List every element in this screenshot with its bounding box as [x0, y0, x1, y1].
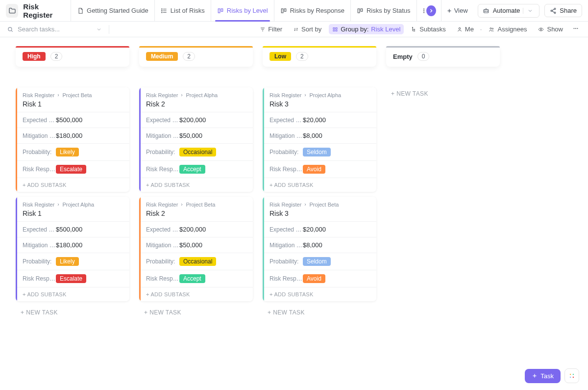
tab-risks-by-response[interactable]: Risks by Response	[274, 0, 350, 22]
group-icon	[332, 26, 338, 32]
task-card[interactable]: Risk RegisterProject AlphaRisk 1Expected…	[16, 197, 129, 301]
tab-label: Getting Started Guide	[87, 7, 148, 14]
search-icon	[7, 26, 14, 33]
new-task-button[interactable]: + NEW TASK	[386, 87, 500, 100]
response-tag: Accept	[179, 165, 205, 174]
board-icon	[280, 7, 287, 14]
add-subtask-button[interactable]: + ADD SUBTASK	[139, 178, 253, 192]
svg-rect-3	[218, 8, 220, 12]
sort-label: Sort by	[301, 26, 321, 33]
field-probability: Probability:Seldom	[263, 253, 376, 270]
task-card[interactable]: Risk RegisterProject BetaRisk 1Expected …	[16, 87, 129, 192]
breadcrumb: Risk RegisterProject Beta	[146, 202, 246, 208]
add-subtask-button[interactable]: + ADD SUBTASK	[263, 287, 376, 301]
show-button[interactable]: Show	[534, 24, 566, 34]
svg-rect-7	[358, 8, 360, 12]
card-title: Risk 3	[270, 209, 369, 217]
column-header[interactable]: Medium2	[139, 46, 253, 67]
svg-point-27	[490, 27, 491, 29]
card-header: Risk RegisterProject BetaRisk 3	[263, 197, 376, 221]
svg-point-36	[573, 377, 574, 378]
card-title: Risk 2	[146, 209, 246, 217]
card-title: Risk 2	[146, 100, 246, 108]
task-card[interactable]: Risk RegisterProject BetaRisk 3Expected …	[263, 197, 376, 301]
toolbar: Filter Sort by Group by: Risk Level Subt…	[0, 22, 588, 37]
column-label-pill: Medium	[146, 52, 178, 61]
new-task-fab[interactable]: Task	[525, 369, 561, 383]
svg-point-32	[577, 28, 578, 29]
robot-icon	[482, 7, 490, 15]
svg-rect-21	[333, 30, 335, 31]
me-label: Me	[465, 26, 474, 33]
page-title: Risk Register	[23, 2, 66, 19]
filter-button[interactable]: Filter	[256, 24, 286, 34]
field-risk-response: Risk ResponseEscalate	[16, 270, 129, 287]
tab-list-of-risks[interactable]: List of Risks	[154, 0, 211, 22]
column-label-pill: Low	[270, 52, 291, 61]
column-header[interactable]: Low2	[263, 46, 376, 67]
automate-button[interactable]: Automate	[478, 4, 540, 18]
share-button[interactable]: Share	[544, 4, 582, 17]
add-subtask-button[interactable]: + ADD SUBTASK	[263, 178, 376, 192]
field-expected-cost: Expected Cost$20,000	[263, 112, 376, 128]
new-task-button[interactable]: + NEW TASK	[139, 306, 253, 319]
group-prefix: Group by:	[341, 26, 368, 33]
add-view-button[interactable]: View	[441, 0, 473, 22]
tab-risks-by-status[interactable]: Risks by Status	[350, 0, 416, 22]
tab-label: Risks by Status	[367, 7, 411, 14]
column-count: 2	[50, 52, 63, 61]
dots-icon	[572, 25, 580, 32]
add-subtask-button[interactable]: + ADD SUBTASK	[16, 287, 129, 301]
response-tag: Avoid	[303, 274, 325, 283]
plus-icon	[532, 373, 538, 379]
task-card[interactable]: Risk RegisterProject AlphaRisk 2Expected…	[139, 87, 253, 192]
svg-point-35	[570, 377, 571, 378]
tab-risks-by-level[interactable]: Risks by Level	[211, 0, 274, 22]
column-header[interactable]: Empty0	[386, 46, 500, 67]
tab-costs-of[interactable]: Costs of	[416, 0, 424, 22]
tab-label: Risks by Response	[290, 7, 344, 14]
chevron-right-icon	[180, 93, 184, 97]
tab-getting-started-guide[interactable]: Getting Started Guide	[71, 0, 154, 22]
plus-icon	[446, 8, 452, 14]
chevron-right-icon	[303, 93, 307, 97]
folder-icon	[8, 7, 16, 15]
apps-fab[interactable]	[564, 368, 579, 383]
add-subtask-button[interactable]: + ADD SUBTASK	[139, 287, 253, 301]
response-tag: Avoid	[303, 165, 325, 174]
filter-icon	[260, 26, 266, 32]
more-button[interactable]	[570, 24, 581, 35]
person-icon	[457, 26, 463, 32]
card-header: Risk RegisterProject BetaRisk 1	[16, 87, 129, 112]
svg-point-2	[162, 12, 162, 12]
field-mitigation-cost: Mitigation Cost$50,000	[139, 128, 253, 143]
card-header: Risk RegisterProject BetaRisk 2	[139, 197, 253, 221]
column-header[interactable]: High2	[16, 46, 129, 67]
field-expected-cost: Expected Cost$20,000	[263, 221, 376, 237]
add-view-label: View	[454, 7, 468, 14]
doc-icon	[77, 7, 84, 14]
group-by-button[interactable]: Group by: Risk Level	[329, 24, 404, 34]
task-card[interactable]: Risk RegisterProject AlphaRisk 3Expected…	[263, 87, 376, 192]
me-button[interactable]: Me	[453, 24, 477, 34]
field-probability: Probability:Likely	[16, 143, 129, 160]
chevron-right-icon	[56, 93, 60, 97]
svg-point-28	[492, 28, 494, 29]
show-label: Show	[547, 26, 563, 33]
column-empty: Empty0+ NEW TASK	[386, 46, 500, 100]
search-input[interactable]	[18, 26, 86, 33]
search-expand[interactable]	[96, 26, 102, 32]
new-task-button[interactable]: + NEW TASK	[16, 306, 129, 319]
assignees-button[interactable]: Assignees	[485, 24, 530, 34]
column-count: 0	[417, 52, 430, 61]
add-subtask-button[interactable]: + ADD SUBTASK	[16, 178, 129, 192]
task-card[interactable]: Risk RegisterProject BetaRisk 2Expected …	[139, 197, 253, 301]
probability-tag: Occasional	[179, 257, 216, 266]
tab-scroll-right[interactable]	[426, 5, 436, 16]
column-medium: Medium2Risk RegisterProject AlphaRisk 2E…	[139, 46, 253, 319]
svg-point-29	[540, 28, 542, 30]
sort-button[interactable]: Sort by	[290, 24, 325, 34]
folder-button[interactable]	[6, 4, 18, 18]
new-task-button[interactable]: + NEW TASK	[263, 306, 376, 319]
subtasks-button[interactable]: Subtasks	[408, 24, 449, 34]
